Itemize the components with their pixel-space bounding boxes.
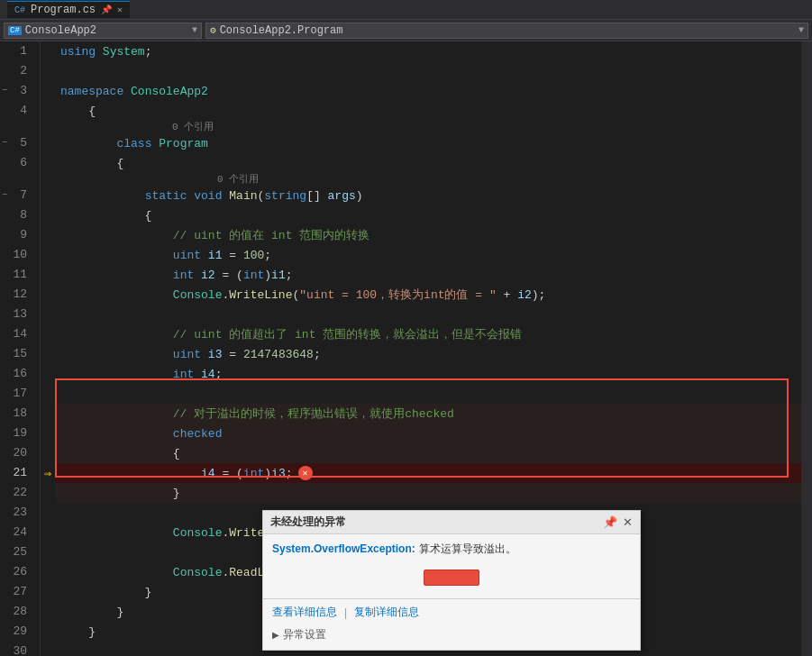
indicator-line-21: ⇒ xyxy=(41,463,55,483)
line-number-7: −7 xyxy=(0,186,32,205)
token: i3 xyxy=(208,348,223,361)
token: ; xyxy=(286,467,293,480)
line-number-5: −5 xyxy=(0,133,32,153)
code-line-15[interactable]: uint i3 = 2147483648; xyxy=(55,344,801,364)
code-area[interactable]: using System;namespace ConsoleApp2 {0 个引… xyxy=(55,41,801,656)
code-line-11[interactable]: int i2 = (int)i1; xyxy=(55,265,801,285)
line-number-30: 30 xyxy=(0,642,32,656)
indicator-line-26 xyxy=(41,562,55,582)
token: i3 xyxy=(271,467,286,480)
token: "uint = 100，转换为int的值 = " xyxy=(299,287,496,303)
token xyxy=(222,189,229,203)
token: 100 xyxy=(243,249,264,262)
code-line-17[interactable] xyxy=(55,384,801,404)
code-line-2[interactable] xyxy=(55,61,801,81)
indicator-line-19 xyxy=(41,424,55,443)
indicator-line-15 xyxy=(41,344,55,364)
class-dropdown[interactable]: ⚙ ConsoleApp2.Program ▼ xyxy=(205,23,808,39)
code-line-4[interactable]: { xyxy=(55,101,801,121)
view-details-link[interactable]: 查看详细信息 xyxy=(272,605,337,620)
exception-close-button[interactable]: ✕ xyxy=(623,515,633,529)
code-line-7[interactable]: static void Main(string[] args) xyxy=(55,186,801,205)
indicator-line-30 xyxy=(41,642,55,656)
title-bar: C# Program.cs 📌 ✕ xyxy=(0,0,812,20)
token: { xyxy=(60,447,180,460)
line-number-17: 17 xyxy=(0,384,32,404)
code-line-9[interactable]: // uint 的值在 int 范围内的转换 xyxy=(55,225,801,245)
token: = xyxy=(222,348,242,361)
namespace-dropdown[interactable]: C# ConsoleApp2 ▼ xyxy=(4,23,202,39)
line-number-26: 26 xyxy=(0,562,32,582)
code-line-5[interactable]: class Program xyxy=(55,133,801,153)
exception-settings[interactable]: ▶ 异常设置 xyxy=(263,625,640,650)
code-line-8[interactable]: { xyxy=(55,205,801,225)
token: i1 xyxy=(208,249,223,262)
code-line-1[interactable]: using System; xyxy=(55,41,801,61)
code-line-13[interactable] xyxy=(55,305,801,324)
code-line-19[interactable]: checked xyxy=(55,424,801,443)
token: using xyxy=(60,45,96,59)
token: int xyxy=(173,368,194,381)
cs-nav-icon: C# xyxy=(8,26,22,35)
vertical-scrollbar[interactable] xyxy=(801,41,812,656)
code-line-14[interactable]: // uint 的值超出了 int 范围的转换，就会溢出，但是不会报错 xyxy=(55,324,801,344)
token: } xyxy=(60,586,151,599)
code-line-10[interactable]: uint i1 = 100; xyxy=(55,245,801,265)
token: // 对于溢出的时候，程序抛出错误，就使用checked xyxy=(60,405,454,422)
editor-area: 12−34−56−7891011121314151617181920212223… xyxy=(0,41,812,656)
code-line-12[interactable]: Console.WriteLine("uint = 100，转换为int的值 =… xyxy=(55,285,801,305)
editor-tab[interactable]: C# Program.cs 📌 ✕ xyxy=(7,1,130,18)
indicator-line-23 xyxy=(41,503,55,523)
line-number-3: −3 xyxy=(0,81,32,101)
indicator-line-11 xyxy=(41,265,55,285)
code-line-6[interactable]: { xyxy=(55,153,801,173)
expand-icon-line-7[interactable]: − xyxy=(2,186,7,205)
line-number-15: 15 xyxy=(0,344,32,364)
exception-header-actions: 📌 ✕ xyxy=(603,515,633,529)
line-number-22: 22 xyxy=(0,483,32,503)
exception-header-title: 未经处理的异常 xyxy=(270,515,346,530)
token xyxy=(60,427,173,441)
current-line-arrow: ⇒ xyxy=(44,466,51,481)
token xyxy=(201,249,208,262)
token: static xyxy=(145,189,187,203)
token: ) xyxy=(264,269,271,282)
code-line-22[interactable]: } xyxy=(55,483,801,503)
line-number-9: 9 xyxy=(0,225,32,245)
code-line-18[interactable]: // 对于溢出的时候，程序抛出错误，就使用checked xyxy=(55,404,801,424)
code-line-21[interactable]: i4 = (int)i3;✕ xyxy=(55,463,801,483)
dropdown-arrow-right: ▼ xyxy=(798,25,804,35)
token: // uint 的值在 int 范围内的转换 xyxy=(60,227,370,243)
code-line-20[interactable]: { xyxy=(55,443,801,463)
token: ; xyxy=(145,45,152,59)
indicator-line-3 xyxy=(41,81,55,101)
indicator-line-9 xyxy=(41,225,55,245)
token: Main xyxy=(229,189,257,203)
line-number-2: 2 xyxy=(0,61,32,81)
expand-icon-line-3[interactable]: − xyxy=(2,81,7,101)
token xyxy=(194,368,201,381)
line-number-20: 20 xyxy=(0,443,32,463)
token: = ( xyxy=(215,467,243,480)
tab-close-button[interactable]: ✕ xyxy=(117,5,123,15)
copy-details-link[interactable]: 复制详细信息 xyxy=(354,605,419,620)
exception-type: System.OverflowException: xyxy=(272,542,415,555)
token xyxy=(60,269,173,282)
line-number-25: 25 xyxy=(0,542,32,562)
token: System xyxy=(103,45,145,59)
ref-hint-line-5: 0 个引用 xyxy=(55,121,801,133)
exception-header: 未经处理的异常 📌 ✕ xyxy=(263,511,640,534)
indicator-line-12 xyxy=(41,285,55,305)
tab-pin-icon[interactable]: 📌 xyxy=(101,5,112,15)
token: { xyxy=(60,157,123,170)
code-line-3[interactable]: namespace ConsoleApp2 xyxy=(55,81,801,101)
indicator-line-27 xyxy=(41,582,55,602)
indicator-line-24 xyxy=(41,523,55,542)
token xyxy=(60,348,173,361)
pin-icon[interactable]: 📌 xyxy=(603,515,617,529)
namespace-label: ConsoleApp2 xyxy=(25,24,96,37)
code-line-16[interactable]: int i4; xyxy=(55,364,801,384)
token: ( xyxy=(258,189,265,203)
expand-icon-line-5[interactable]: − xyxy=(2,133,7,153)
token: ; xyxy=(215,368,223,381)
